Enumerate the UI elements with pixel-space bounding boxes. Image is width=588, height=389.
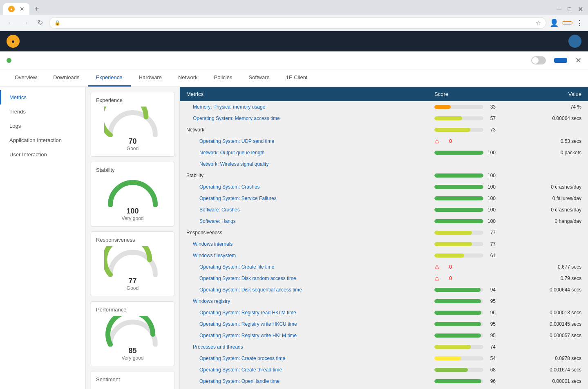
table-row: Stability 100 <box>180 170 588 181</box>
explore-button[interactable] <box>554 58 567 63</box>
metric-link[interactable]: Operating System: Create process time <box>199 356 285 361</box>
table-row: Operating System: Load DLL time ⚠ 0 0.43… <box>180 387 588 389</box>
score-bar <box>434 299 481 303</box>
table-row: Operating System: Registry write HKCU ti… <box>180 318 588 330</box>
sidebar-item-application-interaction[interactable]: Application Interaction <box>0 133 85 147</box>
minimize-icon[interactable]: ─ <box>557 5 561 13</box>
metric-value: 0 packets <box>516 150 581 156</box>
metric-link[interactable]: Operating System: Service Failures <box>199 196 277 201</box>
nav-tab-policies[interactable]: Policies <box>206 69 241 87</box>
score-num: 100 <box>486 207 496 213</box>
profile-icon[interactable]: 👤 <box>550 18 559 27</box>
table-row: Windows registry 95 <box>180 296 588 307</box>
metric-name: Operating System: Registry read HKLM tim… <box>186 310 434 316</box>
close-window-icon[interactable]: ✕ <box>578 5 583 13</box>
metrics-body[interactable]: Memory: Physical memory usage 33 74 %Ope… <box>180 101 588 389</box>
score-num: 0 <box>442 264 452 270</box>
sidebar-item-logs[interactable]: Logs <box>0 119 85 133</box>
score-bar <box>434 242 472 246</box>
new-tab-button[interactable]: + <box>31 3 42 15</box>
nav-tab-overview[interactable]: Overview <box>7 69 45 87</box>
score-num: 0 <box>442 138 452 144</box>
metric-value: 0.00001 secs <box>516 378 581 384</box>
table-row: Operating System: Registry read HKLM tim… <box>180 307 588 318</box>
metric-link[interactable]: Operating System: UDP send time <box>199 138 274 144</box>
score-cell: 96 <box>434 310 516 316</box>
app-header: ● <box>0 31 588 51</box>
update-button[interactable] <box>562 21 572 24</box>
metric-link[interactable]: Operating System: Registry read HKLM tim… <box>199 310 296 316</box>
nav-tab-hardware[interactable]: Hardware <box>131 69 170 87</box>
sidebar-item-trends[interactable]: Trends <box>0 104 85 119</box>
metric-link[interactable]: Memory: Physical memory usage <box>193 104 265 110</box>
table-row: Software: Crashes 100 0 crashes/day <box>180 204 588 216</box>
forward-button[interactable]: → <box>20 17 31 29</box>
score-bar <box>434 356 461 360</box>
metrics-panel: Metrics Score Value Memory: Physical mem… <box>180 87 588 389</box>
summary-toggle-switch[interactable] <box>531 56 546 64</box>
sidebar-item-user-interaction[interactable]: User Interaction <box>0 147 85 162</box>
nav-tab-software[interactable]: Software <box>240 69 277 87</box>
score-cell: ⚠ 0 <box>434 264 516 270</box>
lock-icon: 🔒 <box>54 20 60 26</box>
metric-value: 0.79 secs <box>516 276 581 281</box>
metric-name: Processes and threads <box>186 344 434 350</box>
metric-link[interactable]: Network: Wireless signal quality <box>199 161 268 167</box>
metrics-table-header: Metrics Score Value <box>180 87 588 101</box>
back-button[interactable]: ← <box>5 17 16 29</box>
score-bar <box>434 288 481 292</box>
metric-link[interactable]: Operating System: Create thread time <box>199 367 282 373</box>
gauge-wrapper <box>104 316 161 347</box>
address-bar[interactable]: 🔒 ☆ <box>49 17 546 29</box>
browser-tab[interactable]: ● ✕ <box>3 3 29 15</box>
sidebar-item-metrics[interactable]: Metrics <box>0 90 85 104</box>
score-cell: 100 <box>434 218 516 224</box>
metric-link[interactable]: Windows registry <box>193 298 230 304</box>
nav-tab-1e-client[interactable]: 1E Client <box>278 69 316 87</box>
metric-name: Operating System: Disk random access tim… <box>186 276 434 281</box>
score-num: 61 <box>486 253 496 258</box>
metric-link[interactable]: Operating System: Registry write HKCU ti… <box>199 321 297 327</box>
gauge-label: Very good <box>121 216 143 221</box>
nav-tab-experience[interactable]: Experience <box>88 69 131 87</box>
metric-value: 0.000013 secs <box>516 310 581 316</box>
maximize-icon[interactable]: □ <box>568 6 571 12</box>
metric-link[interactable]: Processes and threads <box>193 344 243 350</box>
metric-name: Operating System: Create process time <box>186 356 434 361</box>
score-num: 94 <box>486 287 496 293</box>
table-row: Memory: Physical memory usage 33 74 % <box>180 101 588 113</box>
metric-link[interactable]: Operating System: Crashes <box>199 184 259 190</box>
gauge-wrapper <box>104 107 161 137</box>
metric-link[interactable]: Software: Hangs <box>199 218 236 224</box>
metric-link[interactable]: Software: Crashes <box>199 207 240 213</box>
metric-link[interactable]: Operating System: Disk sequential access… <box>199 287 302 293</box>
metric-link[interactable]: Windows internals <box>193 241 233 247</box>
metric-value: 0.53 secs <box>516 138 581 144</box>
user-avatar[interactable] <box>568 35 581 48</box>
score-bar <box>434 345 471 349</box>
metric-link[interactable]: Windows filesystem <box>193 253 236 258</box>
score-cell: 100 <box>434 207 516 213</box>
score-num: 100 <box>486 184 496 190</box>
nav-tab-downloads[interactable]: Downloads <box>45 69 87 87</box>
metric-link[interactable]: Network: Output queue length <box>199 150 264 156</box>
table-row: Responsiveness 77 <box>180 227 588 238</box>
metric-link[interactable]: Operating System: Memory access time <box>193 116 280 121</box>
browser-menu-icon[interactable]: ⋮ <box>576 18 583 27</box>
gauge-value: 85 <box>128 347 136 355</box>
metric-link[interactable]: Operating System: Disk random access tim… <box>199 276 296 281</box>
close-device-icon[interactable]: ✕ <box>575 56 581 65</box>
gauge-svg <box>104 107 161 137</box>
metric-link[interactable]: Operating System: OpenHandle time <box>199 378 279 384</box>
tab-close-icon[interactable]: ✕ <box>20 6 25 12</box>
metric-link[interactable]: Operating System: Registry write HKLM ti… <box>199 333 297 338</box>
nav-tab-network[interactable]: Network <box>170 69 206 87</box>
score-bar-bg <box>434 345 483 349</box>
reload-button[interactable]: ↻ <box>34 17 46 29</box>
score-cell: 94 <box>434 287 516 293</box>
score-num: 68 <box>486 367 496 373</box>
score-bar <box>434 116 462 120</box>
metric-link[interactable]: Operating System: Create file time <box>199 264 274 270</box>
bookmark-icon[interactable]: ☆ <box>536 20 541 26</box>
score-bar-bg <box>434 128 483 132</box>
